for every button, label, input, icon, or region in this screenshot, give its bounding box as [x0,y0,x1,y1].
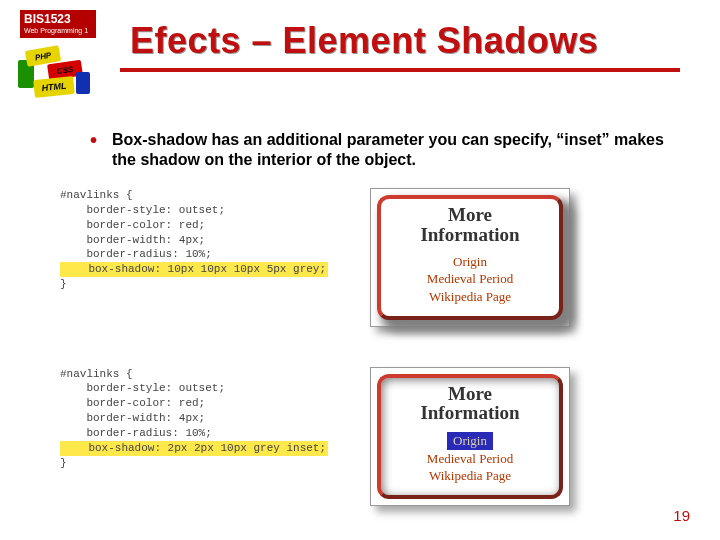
card-link-origin-selected[interactable]: Origin [447,432,493,450]
title-underline [120,68,680,72]
card-link-wikipedia[interactable]: Wikipedia Page [385,467,555,485]
card-link-medieval[interactable]: Medieval Period [385,270,555,288]
example-card-frame-inset: MoreInformation Origin Medieval Period W… [370,367,570,507]
code-highlight-outset: box-shadow: 10px 10px 10px 5px grey; [60,262,328,277]
bullet-text: Box-shadow has an additional parameter y… [90,130,690,170]
code-highlight-inset: box-shadow: 2px 2px 10px grey inset; [60,441,328,456]
slide-content: Box-shadow has an additional parameter y… [60,130,690,506]
brick-html: HTML [33,76,75,98]
card-link-medieval[interactable]: Medieval Period [385,450,555,468]
example-card-inset: MoreInformation Origin Medieval Period W… [377,374,563,500]
code-block-inset: #navlinks { border-style: outset; border… [60,367,340,471]
course-subtitle: Web Programming 1 [20,26,96,38]
card-link-wikipedia[interactable]: Wikipedia Page [385,288,555,306]
card-heading: MoreInformation [385,205,555,245]
code-block-outset: #navlinks { border-style: outset; border… [60,188,340,292]
example-card-outset: MoreInformation Origin Medieval Period W… [377,195,563,320]
card-link-origin[interactable]: Origin [385,253,555,271]
page-number: 19 [673,507,690,524]
slide-title: Efects – Element Shadows [130,20,700,62]
course-code: BIS1523 [20,10,96,26]
example-card-frame-outset: MoreInformation Origin Medieval Period W… [370,188,570,327]
brick-blue [76,72,90,94]
card-heading: MoreInformation [385,384,555,424]
logo-bricks: PHP CSS HTML [18,42,96,104]
course-badge: BIS1523 Web Programming 1 [18,8,98,38]
